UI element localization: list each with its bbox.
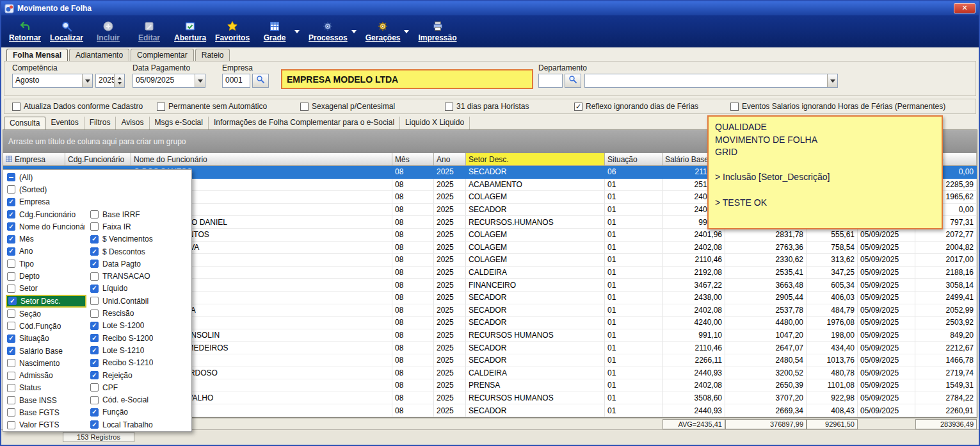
option-checkbox[interactable]: 31 dias para Horistas [445,102,529,111]
data-pagamento-select[interactable]: 05/09/2025 [133,74,205,88]
empresa-lookup-button[interactable] [252,74,269,88]
column-chooser-item[interactable]: Status [6,382,86,394]
column-chooser-item[interactable]: Salário Base [6,345,86,357]
departamento-lookup-button[interactable] [565,74,581,88]
checkbox-icon [7,408,15,417]
checkbox-icon [90,297,99,305]
grade-dropdown-arrow[interactable] [294,30,300,33]
chevron-down-icon[interactable] [827,74,837,87]
abertura-button[interactable]: Abertura [170,17,210,45]
sub-tab[interactable]: Msgs e-Social [150,117,209,129]
column-header-situacao[interactable]: Situação [605,153,663,165]
processos-dropdown-arrow[interactable] [351,30,357,33]
column-chooser-item[interactable]: Líquido [89,283,190,295]
localizar-button[interactable]: Localizar [46,17,87,45]
column-chooser-item[interactable]: Cód.Função [6,320,86,332]
descontos-total-cell: 92961,50 [807,419,858,429]
column-chooser-item[interactable]: Seção [6,308,86,320]
checkbox-icon [7,285,15,293]
column-chooser-item[interactable]: Depto [6,270,86,282]
column-chooser-item[interactable]: Setor [6,283,86,295]
sub-tab[interactable]: Liquido X Liquido [400,117,470,129]
column-chooser-item[interactable]: $ Vencimentos [89,233,190,245]
column-chooser-item[interactable]: Lote S-1210 [89,344,190,356]
column-chooser-item[interactable]: Mês [6,233,86,245]
departamento-select[interactable] [584,74,838,88]
chevron-down-icon[interactable] [195,74,205,87]
option-checkbox[interactable]: Permanente sem Automático [157,102,267,111]
column-chooser-item[interactable]: Valor FGTS [6,419,86,431]
main-tab[interactable]: Rateio [195,49,230,62]
column-chooser-icon[interactable] [6,155,12,164]
star-icon [227,21,238,33]
checkbox-icon [7,384,15,392]
column-chooser-item[interactable]: Lote S-1200 [89,320,190,332]
chevron-down-icon[interactable] [82,74,92,87]
competencia-select[interactable]: Agosto [12,74,93,88]
geracoes-dropdown-arrow[interactable] [404,30,409,33]
column-chooser-item[interactable]: Rescisão [89,307,190,319]
column-chooser-item[interactable]: Local Trabalho [89,418,190,431]
retornar-button[interactable]: Retornar [5,17,45,45]
column-header-cdg-funcionario[interactable]: Cdg.Funcionário [65,153,131,165]
checkbox-icon [7,235,15,244]
column-chooser-item[interactable]: Recibo S-1200 [89,332,190,344]
column-chooser-item[interactable]: Função [89,406,190,418]
option-checkbox[interactable]: Eventos Salarios ignorando Horas de Féri… [730,102,945,111]
column-chooser-item[interactable]: Nascimento [6,357,86,369]
column-chooser-item[interactable]: Base FGTS [6,406,86,418]
column-chooser-item[interactable]: Cdg.Funcionário [6,208,86,220]
checkbox-icon [12,103,20,111]
impressao-button[interactable]: Impressão [414,17,460,45]
checkbox-icon [157,103,165,111]
column-chooser-item[interactable]: Setor Desc. [6,295,86,308]
column-chooser-item[interactable]: CPF [89,381,190,393]
column-chooser-item[interactable]: Empresa [6,196,86,208]
grade-button[interactable]: Grade [255,17,294,45]
column-chooser-item[interactable]: Unid.Contábil [89,295,190,307]
processos-button[interactable]: Processos [305,17,351,45]
column-chooser-item[interactable]: (All) [6,171,86,183]
sub-tab[interactable]: Informações de Folha Complementar para o… [209,117,400,129]
column-chooser-item[interactable]: Data Pagto [89,258,190,270]
favoritos-button[interactable]: Favoritos [211,17,253,45]
column-chooser-item[interactable]: Tipo [6,258,86,270]
departamento-codigo-field[interactable] [538,74,563,88]
column-chooser-item[interactable]: Rejeição [89,369,190,381]
column-chooser-item[interactable]: TRANSACAO [89,270,190,282]
sub-tab[interactable]: Eventos [45,117,84,129]
column-chooser-item[interactable]: Faixa IR [89,220,190,233]
column-chooser-item[interactable]: Nome do Funcionário [6,220,86,233]
spinner-arrows-icon[interactable] [114,74,124,87]
ano-spinner[interactable]: 2025 [95,74,125,88]
sub-tab[interactable]: Consulta [4,117,45,129]
column-chooser-item[interactable]: Admissão [6,369,86,381]
main-tab[interactable]: Adiantamento [69,49,129,62]
column-header-nome[interactable]: Nome do Funcionário [131,153,392,165]
column-header-setor-desc[interactable]: Setor Desc. [466,153,605,165]
column-chooser-item[interactable]: Situação [6,333,86,345]
empresa-codigo-field[interactable]: 0001 [222,74,250,88]
column-chooser-item[interactable]: Base INSS [6,394,86,406]
geracoes-button[interactable]: Gerações [362,17,405,45]
close-button[interactable]: ✕ [954,3,976,13]
checkbox-icon [90,210,99,219]
checkbox-icon [7,173,15,181]
column-chooser-item[interactable]: Recibo S-1210 [89,357,190,369]
option-checkbox[interactable]: Atualiza Dados conforme Cadastro [12,102,143,111]
column-header-mes[interactable]: Mês [392,153,434,165]
column-chooser-item[interactable]: Ano [6,245,86,258]
column-header-ano[interactable]: Ano [434,153,466,165]
main-tab[interactable]: Complementar [131,49,194,62]
main-tab[interactable]: Folha Mensal [6,49,68,62]
column-chooser-item[interactable]: Cód. e-Social [89,393,190,406]
sub-tab[interactable]: Filtros [84,117,116,129]
sub-tab[interactable]: Avisos [116,117,149,129]
column-chooser-item[interactable]: $ Descontos [89,245,190,258]
column-header-empresa[interactable]: Empresa [3,153,65,165]
column-chooser-item[interactable]: Base IRRF [89,208,190,220]
column-chooser-item[interactable]: (Sorted) [6,183,86,195]
option-checkbox[interactable]: Sexagenal p/Centesimal [300,102,395,111]
checkbox-icon [90,346,99,354]
option-checkbox[interactable]: Reflexo ignorando dias de Férias [574,102,698,111]
